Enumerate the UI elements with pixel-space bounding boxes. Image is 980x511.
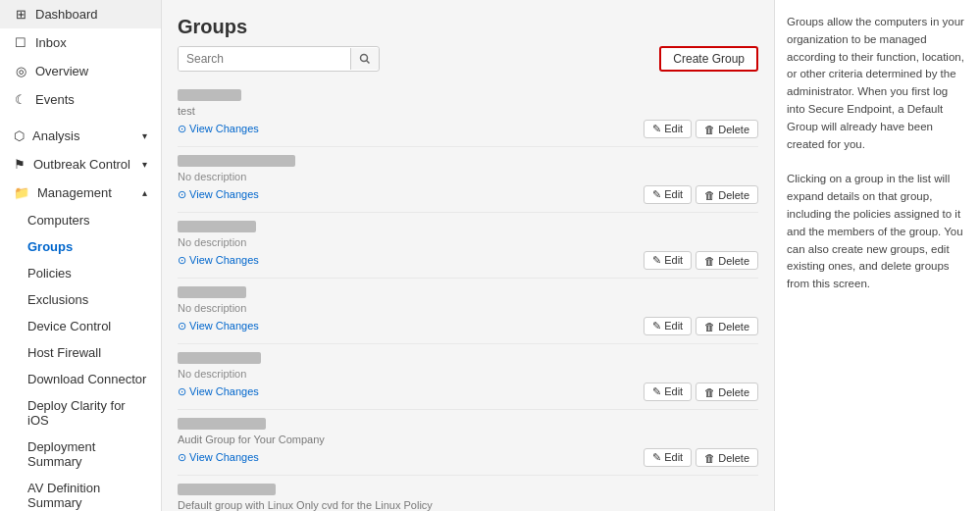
- edit-button[interactable]: ✎ Edit: [644, 120, 692, 138]
- table-row: No description ⊙ View Changes ✎ Edit 🗑 D…: [178, 279, 758, 344]
- sidebar-item-outbreak-control[interactable]: ⚑ Outbreak Control ▾: [0, 150, 161, 179]
- analysis-icon: ⬡: [14, 128, 25, 143]
- action-buttons: ✎ Edit 🗑 Delete: [644, 251, 758, 270]
- overview-icon: ◎: [14, 65, 27, 78]
- table-row: Audit Group for Your Company ⊙ View Chan…: [178, 410, 758, 476]
- sidebar-item-av-definition[interactable]: AV Definition Summary: [0, 475, 161, 511]
- info-panel: Groups allow the computers in your organ…: [774, 0, 980, 511]
- search-box: [178, 46, 380, 72]
- sidebar-item-inbox[interactable]: ☐ Inbox: [0, 28, 161, 57]
- management-chevron: ▴: [142, 187, 147, 198]
- svg-line-1: [367, 61, 370, 64]
- table-row: test ⊙ View Changes ✎ Edit 🗑 Delete: [178, 81, 758, 147]
- group-actions: ⊙ View Changes ✎ Edit 🗑 Delete: [178, 383, 758, 401]
- sidebar-item-host-firewall[interactable]: Host Firewall: [0, 339, 161, 366]
- group-description: No description: [178, 171, 758, 182]
- delete-button[interactable]: 🗑 Delete: [696, 448, 758, 467]
- group-actions: ⊙ View Changes ✎ Edit 🗑 Delete: [178, 120, 758, 138]
- view-changes-link[interactable]: ⊙ View Changes: [178, 254, 259, 267]
- sidebar-item-events[interactable]: ☾ Events: [0, 85, 161, 114]
- outbreak-chevron: ▾: [142, 159, 147, 170]
- delete-button[interactable]: 🗑 Delete: [696, 185, 758, 204]
- edit-button[interactable]: ✎ Edit: [644, 251, 692, 270]
- action-buttons: ✎ Edit 🗑 Delete: [644, 120, 758, 138]
- toolbar-row: Create Group: [178, 46, 758, 72]
- view-changes-link[interactable]: ⊙ View Changes: [178, 385, 259, 398]
- action-buttons: ✎ Edit 🗑 Delete: [644, 383, 758, 401]
- group-description: Default group with Linux Only cvd for th…: [178, 499, 758, 511]
- view-changes-link[interactable]: ⊙ View Changes: [178, 123, 259, 135]
- sidebar-item-download-connector[interactable]: Download Connector: [0, 366, 161, 392]
- search-button[interactable]: [350, 48, 379, 70]
- search-input[interactable]: [179, 47, 350, 71]
- view-changes-link[interactable]: ⊙ View Changes: [178, 451, 259, 464]
- content-header: Groups: [162, 0, 774, 46]
- table-row: No description ⊙ View Changes ✎ Edit 🗑 D…: [178, 147, 758, 213]
- outbreak-icon: ⚑: [14, 157, 26, 172]
- group-description: test: [178, 105, 758, 117]
- delete-button[interactable]: 🗑 Delete: [696, 251, 758, 270]
- svg-point-0: [361, 55, 368, 62]
- content-area: Groups Create Group: [162, 0, 774, 511]
- inbox-icon: ☐: [14, 36, 27, 50]
- content-body: Create Group test ⊙ View Changes ✎ Edit …: [162, 46, 774, 511]
- group-actions: ⊙ View Changes ✎ Edit 🗑 Delete: [178, 185, 758, 204]
- group-actions: ⊙ View Changes ✎ Edit 🗑 Delete: [178, 251, 758, 270]
- table-row: No description ⊙ View Changes ✎ Edit 🗑 D…: [178, 213, 758, 279]
- search-icon: [359, 53, 371, 65]
- group-name-bar: [178, 89, 241, 101]
- analysis-chevron: ▾: [142, 130, 147, 141]
- group-name-bar: [178, 286, 246, 298]
- table-row: No description ⊙ View Changes ✎ Edit 🗑 D…: [178, 344, 758, 410]
- management-icon: 📁: [14, 185, 29, 200]
- group-list: test ⊙ View Changes ✎ Edit 🗑 Delete No d…: [178, 81, 758, 511]
- edit-button[interactable]: ✎ Edit: [644, 448, 692, 467]
- dashboard-icon: ⊞: [14, 8, 27, 22]
- group-description: No description: [178, 236, 758, 248]
- view-changes-link[interactable]: ⊙ View Changes: [178, 188, 259, 201]
- group-name-bar: [178, 155, 295, 167]
- info-panel-text: Groups allow the computers in your organ…: [787, 14, 968, 154]
- sidebar-item-analysis[interactable]: ⬡ Analysis ▾: [0, 122, 161, 150]
- create-group-button[interactable]: Create Group: [659, 46, 758, 72]
- action-buttons: ✎ Edit 🗑 Delete: [644, 317, 758, 335]
- sidebar-item-deployment-summary[interactable]: Deployment Summary: [0, 434, 161, 475]
- delete-button[interactable]: 🗑 Delete: [696, 383, 758, 401]
- sidebar-item-computers[interactable]: Computers: [0, 207, 161, 233]
- sidebar-item-exclusions[interactable]: Exclusions: [0, 286, 161, 313]
- sidebar-item-policies[interactable]: Policies: [0, 260, 161, 286]
- group-name-bar: [178, 418, 266, 430]
- group-name-bar: [178, 484, 276, 495]
- group-name-bar: [178, 221, 256, 232]
- edit-button[interactable]: ✎ Edit: [644, 317, 692, 335]
- delete-button[interactable]: 🗑 Delete: [696, 317, 758, 335]
- view-changes-link[interactable]: ⊙ View Changes: [178, 320, 259, 332]
- sidebar-item-device-control[interactable]: Device Control: [0, 313, 161, 339]
- action-buttons: ✎ Edit 🗑 Delete: [644, 448, 758, 467]
- main-content: Groups Create Group: [162, 0, 980, 511]
- sidebar-item-management[interactable]: 📁 Management ▴: [0, 179, 161, 207]
- events-icon: ☾: [14, 93, 27, 107]
- table-row: Default group with Linux Only cvd for th…: [178, 476, 758, 511]
- delete-button[interactable]: 🗑 Delete: [696, 120, 758, 138]
- sidebar: ⊞ Dashboard ☐ Inbox ◎ Overview ☾ Events …: [0, 0, 162, 511]
- edit-button[interactable]: ✎ Edit: [644, 383, 692, 401]
- sidebar-item-dashboard[interactable]: ⊞ Dashboard: [0, 0, 161, 28]
- sidebar-item-overview[interactable]: ◎ Overview: [0, 57, 161, 85]
- group-description: Audit Group for Your Company: [178, 434, 758, 445]
- sidebar-item-deploy-clarity[interactable]: Deploy Clarity for iOS: [0, 392, 161, 434]
- action-buttons: ✎ Edit 🗑 Delete: [644, 185, 758, 204]
- page-title: Groups: [178, 16, 758, 38]
- group-name-bar: [178, 352, 261, 364]
- group-actions: ⊙ View Changes ✎ Edit 🗑 Delete: [178, 448, 758, 467]
- edit-button[interactable]: ✎ Edit: [644, 185, 692, 204]
- group-description: No description: [178, 368, 758, 380]
- group-description: No description: [178, 302, 758, 314]
- group-actions: ⊙ View Changes ✎ Edit 🗑 Delete: [178, 317, 758, 335]
- sidebar-item-groups[interactable]: Groups: [0, 233, 161, 260]
- info-panel-text-2: Clicking on a group in the list will exp…: [787, 171, 968, 293]
